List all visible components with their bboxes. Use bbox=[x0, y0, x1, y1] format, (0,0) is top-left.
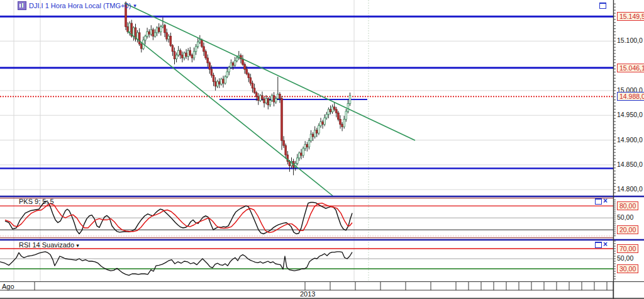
instrument-selector[interactable]: DJI.I 1 Hora Hora Local (TMG+0) ▾ bbox=[18, 1, 136, 10]
price-tick-label: 14.800,0 bbox=[617, 185, 643, 193]
restore-pane-icon[interactable] bbox=[595, 242, 602, 248]
price-level-badge: 15.149,5 bbox=[617, 12, 644, 21]
price-tick-label: 14.950,0 bbox=[617, 111, 643, 118]
rsi-indicator-label: RSI 14 Suavizado bbox=[19, 241, 74, 249]
pks-tick-label: 50,00 bbox=[617, 213, 633, 221]
price-tick-label: 14.900,0 bbox=[617, 136, 643, 144]
price-tick-label: 15.100,0 bbox=[617, 37, 643, 44]
price-level-badge: 15.046,1 bbox=[617, 64, 644, 72]
chart-window: DJI.I 1 Hora Hora Local (TMG+0) ▾ PKS 9;… bbox=[0, 0, 644, 299]
restore-pane-icon[interactable] bbox=[599, 3, 606, 9]
pks-level-badge: 80,00 bbox=[617, 201, 638, 210]
price-axis[interactable]: 15.100,015.000,014.950,014.900,014.850,0… bbox=[613, 0, 644, 299]
pks-level-badge: 20,00 bbox=[617, 225, 638, 234]
close-pane-icon[interactable]: × bbox=[603, 198, 608, 204]
chevron-down-icon[interactable]: ▾ bbox=[76, 242, 79, 249]
price-level-badge: 14.988,0 bbox=[617, 92, 644, 101]
price-tick-label: 14.850,0 bbox=[617, 161, 643, 168]
chevron-down-icon[interactable]: ▾ bbox=[133, 3, 136, 9]
restore-pane-icon[interactable] bbox=[595, 198, 602, 205]
time-axis-year-label: 2013 bbox=[300, 290, 315, 298]
rsi-indicator-selector[interactable]: RSI 14 Suavizado ▾ bbox=[19, 241, 79, 249]
chart-plot-svg[interactable] bbox=[0, 0, 644, 299]
chart-icon bbox=[18, 1, 26, 10]
rsi-level-badge: 30,00 bbox=[617, 264, 638, 273]
instrument-title: DJI.I 1 Hora Hora Local (TMG+0) bbox=[29, 2, 131, 9]
rsi-level-badge: 70,00 bbox=[617, 244, 638, 253]
close-pane-icon[interactable]: × bbox=[603, 242, 608, 247]
time-axis-month-label: Ago bbox=[2, 283, 14, 291]
pks-indicator-label: PKS 9; 5; 5 bbox=[19, 198, 54, 205]
rsi-tick-label: 50,00 bbox=[617, 254, 633, 262]
